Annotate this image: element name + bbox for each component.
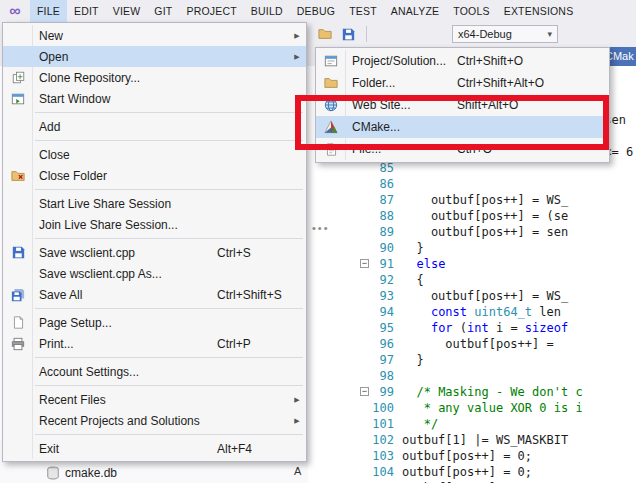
menu-separator [35,238,303,239]
project-solution-icon [316,54,346,68]
open-submenu-item-web-site[interactable]: Web Site...Shift+Alt+O [316,94,609,116]
menubar-item-view[interactable]: VIEW [106,0,148,22]
submenu-arrow-icon: ▶ [288,417,306,425]
line-number[interactable]: 104 [300,464,400,480]
code-line-95[interactable]: 95 for (int i = sizeof [300,320,636,336]
code-line-90[interactable]: 90 } [300,240,636,256]
menu-item-label: Exit [33,442,217,456]
database-icon [46,466,60,480]
line-number[interactable]: 94 [300,304,400,320]
file-menu-item-save-wsclient-cpp[interactable]: Save wsclient.cppCtrl+S [3,242,306,263]
code-line-89[interactable]: 89 outbuf[pos++] = sen [300,224,636,240]
file-menu-item-save-all[interactable]: Save AllCtrl+Shift+S [3,284,306,305]
code-line-103[interactable]: 103outbuf[pos++] = 0; [300,448,636,464]
file-menu-item-start-window[interactable]: Start Window [3,88,306,109]
code-line-97[interactable]: 97 } [300,352,636,368]
line-number[interactable]: 87 [300,192,400,208]
file-menu-item-start-live-share-session[interactable]: Start Live Share Session [3,193,306,214]
code-line-87[interactable]: 87 outbuf[pos++] = WS_ [300,192,636,208]
open-folder-icon[interactable] [318,27,332,41]
menubar-item-test[interactable]: TEST [342,0,384,22]
menu-item-label: Join Live Share Session... [33,218,217,232]
menubar-item-extensions[interactable]: EXTENSIONS [497,0,581,22]
code-line-104[interactable]: 104outbuf[pos++] = 0; [300,464,636,480]
file-menu-item-close[interactable]: Close [3,144,306,165]
line-number[interactable]: 92 [300,272,400,288]
code-text: /* Masking - We don't c [402,384,583,400]
line-number[interactable]: 91 [300,256,400,272]
code-line-100[interactable]: 100 * any value XOR 0 is i [300,400,636,416]
code-line-93[interactable]: 93 outbuf[pos++] = WS_ [300,288,636,304]
menu-item-label: Start Live Share Session [33,197,217,211]
menu-item-label: Save wsclient.cpp [33,246,217,260]
code-line-91[interactable]: 91− else [300,256,636,272]
file-menu-item-exit[interactable]: ExitAlt+F4 [3,438,306,459]
file-menu-item-join-live-share-session[interactable]: Join Live Share Session... [3,214,306,235]
menubar-item-debug[interactable]: DEBUG [290,0,342,22]
file-menu-item-recent-files[interactable]: Recent Files▶ [3,389,306,410]
menubar-item-build[interactable]: BUILD [244,0,290,22]
menu-item-label: Recent Files [33,393,217,407]
line-number[interactable]: 98 [300,368,400,384]
menubar-item-git[interactable]: GIT [147,0,179,22]
solution-configuration-combo[interactable]: x64-Debug ▾ [452,25,558,43]
file-menu-item-close-folder[interactable]: Close Folder [3,165,306,186]
menu-item-shortcut: Shift+Alt+O [457,98,591,112]
fold-collapse-icon[interactable]: − [360,259,369,268]
file-menu-item-new[interactable]: New▶ [3,25,306,46]
open-submenu-item-cmake[interactable]: CMake... [316,116,609,138]
code-line-92[interactable]: 92 { [300,272,636,288]
line-number[interactable]: 103 [300,448,400,464]
line-number[interactable]: 95 [300,320,400,336]
menu-separator [35,385,303,386]
code-line-86[interactable]: 86 [300,176,636,192]
code-line-99[interactable]: 99− /* Masking - We don't c [300,384,636,400]
menubar-item-analyze[interactable]: ANALYZE [384,0,446,22]
code-line-101[interactable]: 101 */ [300,416,636,432]
open-submenu-item-project-solution[interactable]: Project/Solution...Ctrl+Shift+O [316,50,609,72]
file-menu-item-add[interactable]: Add [3,116,306,137]
menu-item-label: Folder... [346,76,457,90]
menu-item-label: Save wsclient.cpp As... [33,267,217,281]
menu-item-label: CMake... [346,120,457,134]
code-line-98[interactable]: 98 [300,368,636,384]
line-number[interactable]: 96 [300,336,400,352]
tree-item-cmake-db[interactable]: cmake.db [46,464,117,481]
file-menu-item-clone-repository[interactable]: Clone Repository... [3,67,306,88]
file-menu-item-account-settings[interactable]: Account Settings... [3,361,306,382]
more-options-ellipsis[interactable]: ••• [312,222,330,234]
line-number[interactable]: 86 [300,176,400,192]
menubar-item-project[interactable]: PROJECT [179,0,243,22]
tree-item-label: cmake.db [65,466,117,480]
code-line-94[interactable]: 94 const uint64_t len [300,304,636,320]
code-line-96[interactable]: 96 outbuf[pos++] = [300,336,636,352]
code-line-88[interactable]: 88 outbuf[pos++] = (se [300,208,636,224]
file-menu-item-recent-projects-and-solutions[interactable]: Recent Projects and Solutions▶ [3,410,306,431]
submenu-arrow-icon: ▶ [288,32,306,40]
menubar-item-edit[interactable]: EDIT [67,0,106,22]
visual-studio-window: ∞ FILEEDITVIEWGITPROJECTBUILDDEBUGTESTAN… [0,0,636,483]
folder-icon [316,76,346,90]
line-number[interactable]: 93 [300,288,400,304]
line-number[interactable]: 99 [300,384,400,400]
open-submenu-item-file[interactable]: File...Ctrl+O [316,138,609,160]
line-number[interactable]: 97 [300,352,400,368]
line-number[interactable]: 90 [300,240,400,256]
file-menu-item-save-wsclient-cpp-as[interactable]: Save wsclient.cpp As... [3,263,306,284]
menu-item-label: Clone Repository... [33,71,217,85]
fold-collapse-icon[interactable]: − [360,387,369,396]
line-number[interactable]: 100 [300,400,400,416]
code-line-102[interactable]: 102outbuf[1] |= WS_MASKBIT [300,432,636,448]
line-number[interactable]: 101 [300,416,400,432]
file-menu-item-print[interactable]: Print...Ctrl+P [3,333,306,354]
menubar-item-tools[interactable]: TOOLS [446,0,496,22]
line-number[interactable]: 102 [300,432,400,448]
save-icon[interactable] [342,27,356,41]
menubar-item-file[interactable]: FILE [30,0,67,22]
file-menu-dropdown: New▶Open▶Clone Repository...Start Window… [2,22,307,462]
file-menu-item-page-setup[interactable]: Page Setup... [3,312,306,333]
open-submenu-item-folder[interactable]: Folder...Ctrl+Shift+Alt+O [316,72,609,94]
file-menu-item-open[interactable]: Open▶ [3,46,306,67]
menu-item-shortcut: Ctrl+O [457,142,591,156]
menu-bar: ∞ FILEEDITVIEWGITPROJECTBUILDDEBUGTESTAN… [0,0,636,22]
